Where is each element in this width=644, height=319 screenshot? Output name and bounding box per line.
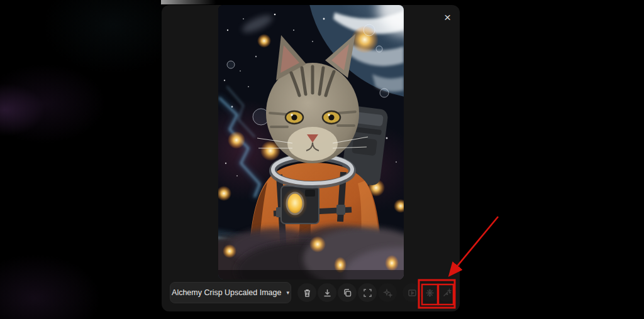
variant-dropdown-label: Alchemy Crisp Upscaled Image	[172, 288, 281, 297]
wand-icon	[442, 288, 452, 298]
alchemy-crisp-upscale-button[interactable]	[420, 283, 439, 302]
expand-icon	[363, 288, 372, 298]
motion-button[interactable]	[402, 283, 421, 302]
delete-button[interactable]	[297, 283, 316, 302]
alchemy-smooth-upscale-button[interactable]	[437, 283, 456, 302]
sparkles-button[interactable]	[378, 283, 397, 302]
snowflake-icon	[425, 288, 435, 298]
chevron-down-icon: ▾	[286, 289, 289, 296]
fullscreen-button[interactable]	[358, 283, 377, 302]
download-button[interactable]	[318, 283, 336, 302]
download-icon	[323, 288, 332, 298]
image-preview-modal: × Alchemy Crisp Upscaled Image ▾	[162, 5, 460, 311]
backdrop-highlight-streak	[161, 0, 219, 4]
trash-icon	[303, 288, 312, 298]
astronaut-cat-artwork	[218, 5, 404, 279]
sparkles-icon	[383, 288, 392, 298]
copy-icon	[343, 288, 352, 298]
generated-image	[218, 5, 404, 279]
close-icon[interactable]: ×	[440, 9, 455, 25]
motion-icon	[408, 288, 417, 298]
copy-button[interactable]	[338, 283, 357, 302]
variant-dropdown[interactable]: Alchemy Crisp Upscaled Image ▾	[170, 282, 291, 303]
